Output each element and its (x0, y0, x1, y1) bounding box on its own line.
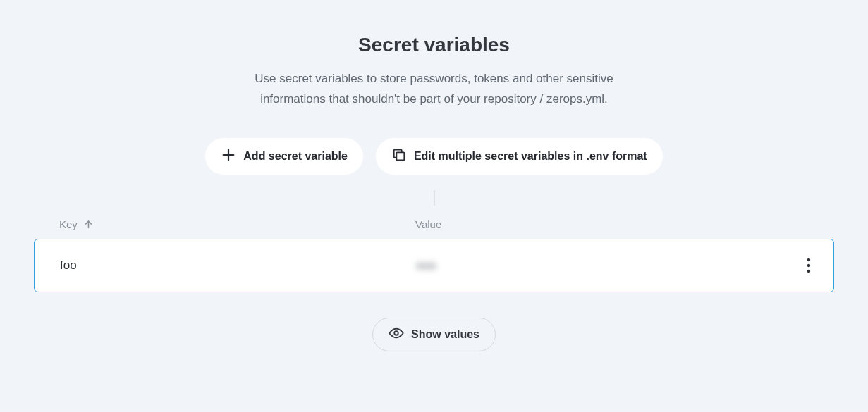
connector-line (34, 190, 834, 206)
variables-table: Key Value foo aaa (34, 218, 834, 292)
eye-icon (389, 325, 404, 344)
page-title: Secret variables (34, 34, 834, 56)
column-header-value-label: Value (415, 218, 441, 230)
svg-point-4 (807, 258, 810, 261)
sort-ascending-icon (83, 219, 94, 230)
kebab-menu-icon (807, 258, 811, 273)
svg-point-6 (807, 270, 810, 273)
actions-row: Add secret variable Edit multiple secret… (34, 138, 834, 175)
page-description: Use secret variables to store passwords,… (223, 69, 646, 110)
row-menu-button[interactable] (804, 255, 814, 276)
edit-multiple-label: Edit multiple secret variables in .env f… (414, 150, 647, 163)
masked-value: aaa (416, 258, 436, 273)
plus-icon (221, 147, 236, 166)
svg-point-5 (807, 264, 810, 267)
svg-point-7 (394, 331, 398, 335)
add-secret-variable-label: Add secret variable (243, 150, 348, 163)
row-value: aaa (416, 258, 804, 273)
show-values-label: Show values (411, 328, 479, 341)
table-row[interactable]: foo aaa (34, 239, 834, 292)
row-key: foo (60, 258, 416, 273)
column-header-key-label: Key (59, 218, 78, 230)
svg-rect-2 (396, 152, 404, 160)
column-header-key[interactable]: Key (59, 218, 415, 230)
page-header: Secret variables Use secret variables to… (34, 34, 834, 110)
add-secret-variable-button[interactable]: Add secret variable (205, 138, 363, 175)
column-header-value: Value (415, 218, 809, 230)
table-header-row: Key Value (34, 218, 834, 239)
footer-actions: Show values (34, 318, 834, 351)
copy-icon (391, 147, 407, 166)
show-values-button[interactable]: Show values (372, 318, 496, 351)
edit-multiple-button[interactable]: Edit multiple secret variables in .env f… (376, 138, 663, 175)
